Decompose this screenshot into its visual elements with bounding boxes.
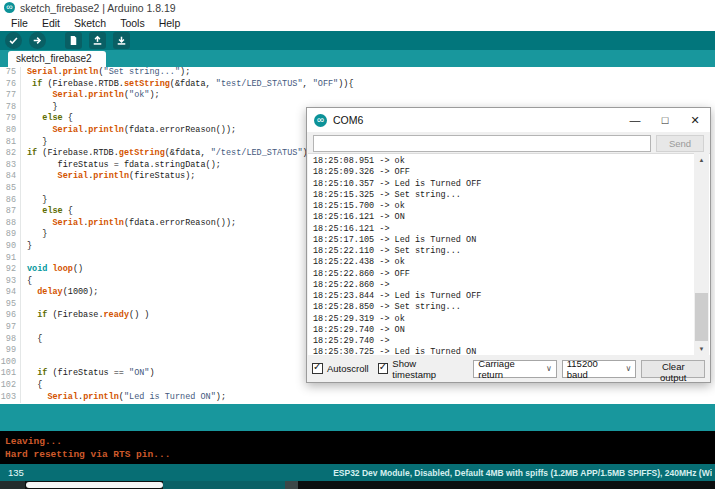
arrow-down-icon <box>116 32 127 50</box>
chevron-down-icon: ∨ <box>546 364 552 373</box>
show-timestamp-label: Show timestamp <box>392 358 459 380</box>
line-number: 93 <box>0 276 21 288</box>
menu-edit[interactable]: Edit <box>35 17 67 29</box>
scrollbar-track-segment <box>163 481 285 489</box>
horizontal-scrollbar[interactable] <box>0 481 715 489</box>
menu-tools[interactable]: Tools <box>113 17 152 29</box>
line-number: 92 <box>0 264 21 276</box>
arduino-icon: ∞ <box>314 114 327 127</box>
autoscroll-checkbox[interactable]: ✓ Autoscroll <box>312 363 369 374</box>
scrollbar-track-end <box>285 481 298 489</box>
serial-log-line: 18:25:22.438 -> ok <box>313 257 692 268</box>
cursor-line-indicator: 135 <box>8 467 24 478</box>
maximize-icon[interactable]: □ <box>650 108 680 132</box>
close-icon[interactable]: ✕ <box>680 108 710 132</box>
serial-scrollbar[interactable]: ▲ ▼ <box>694 153 709 357</box>
line-number: 83 <box>0 160 21 172</box>
check-icon: ✓ <box>313 361 321 372</box>
code-text: fireStatus = fdata.stringData(); <box>27 160 221 172</box>
serial-input[interactable] <box>313 135 651 152</box>
line-number: 80 <box>0 125 21 137</box>
serial-log-line: 18:25:15.325 -> Set string... <box>313 190 692 201</box>
line-number: 101 <box>0 368 21 380</box>
line-number: 95 <box>0 299 21 311</box>
code-line: 103 Serial.println("Led is Turned ON"); <box>0 392 715 404</box>
arrow-right-icon <box>32 32 43 50</box>
serial-log-line: 18:25:17.105 -> Led is Turned ON <box>313 235 692 246</box>
serial-output[interactable]: 18:25:08.951 -> ok18:25:09.326 -> OFF18:… <box>308 153 710 357</box>
console-line: Leaving... <box>5 435 715 448</box>
code-line: 75Serial.println("Set string..."); <box>0 67 715 79</box>
serial-log-line: 18:25:23.844 -> Led is Turned OFF <box>313 291 692 302</box>
new-button[interactable] <box>65 32 82 49</box>
line-number: 81 <box>0 137 21 149</box>
code-text: { <box>27 334 42 346</box>
serial-log-line: 18:25:22.110 -> Set string... <box>313 246 692 257</box>
line-ending-select[interactable]: Carriage return ∨ <box>473 360 556 378</box>
upload-button[interactable] <box>29 32 46 49</box>
serial-log-line: 18:25:16.121 -> <box>313 224 692 235</box>
titlebar: ∞ sketch_firebase2 | Arduino 1.8.19 <box>0 0 715 15</box>
line-number: 85 <box>0 183 21 195</box>
serial-log-line: 18:25:09.326 -> OFF <box>313 167 692 178</box>
serial-log-line: 18:25:22.860 -> <box>313 280 692 291</box>
code-line: 77 Serial.println("ok"); <box>0 90 715 102</box>
line-number: 77 <box>0 90 21 102</box>
show-timestamp-checkbox[interactable]: ✓ Show timestamp <box>378 358 460 380</box>
menubar: FileEditSketchToolsHelp <box>0 15 715 31</box>
check-icon: ✓ <box>379 361 387 372</box>
serial-log-line: 18:25:16.121 -> ON <box>313 212 692 223</box>
line-number: 76 <box>0 79 21 91</box>
line-number: 86 <box>0 195 21 207</box>
code-text: Serial.println("Set string..."); <box>27 67 190 79</box>
save-button[interactable] <box>113 32 130 49</box>
document-icon <box>68 32 79 50</box>
code-text: Serial.println(fdata.errorReason()); <box>27 218 236 230</box>
line-number: 100 <box>0 357 21 369</box>
menu-file[interactable]: File <box>4 17 35 29</box>
code-text: Serial.println("Led is Turned ON"); <box>27 392 226 404</box>
serial-monitor-window: ∞ COM6 — □ ✕ Send 18:25:08.951 -> ok18:2… <box>306 107 711 383</box>
send-button[interactable]: Send <box>656 135 704 152</box>
serial-log-line: 18:25:22.860 -> OFF <box>313 269 692 280</box>
open-button[interactable] <box>89 32 106 49</box>
arrow-up-icon <box>92 32 103 50</box>
message-bar <box>0 404 715 431</box>
tab-sketch-firebase2[interactable]: sketch_firebase2 <box>8 51 106 67</box>
menu-help[interactable]: Help <box>152 17 188 29</box>
line-number: 91 <box>0 253 21 265</box>
code-text: if (Firebase.RTDB.setString(&fdata, "tes… <box>27 79 354 91</box>
minimize-icon[interactable]: — <box>620 108 650 132</box>
code-text: Serial.println(fireStatus); <box>27 171 195 183</box>
arduino-ide-window: ∞ sketch_firebase2 | Arduino 1.8.19 File… <box>0 0 715 489</box>
autoscroll-label: Autoscroll <box>327 363 369 374</box>
code-text: } <box>27 137 47 149</box>
baud-rate-value: 115200 baud <box>567 358 619 380</box>
tabstrip: sketch_firebase2 <box>0 50 715 67</box>
clear-output-button[interactable]: Clear output <box>641 360 705 378</box>
serial-log-line: 18:25:08.951 -> ok <box>313 156 692 167</box>
line-number: 79 <box>0 113 21 125</box>
code-text: } <box>27 195 47 207</box>
verify-button[interactable] <box>5 32 22 49</box>
serial-titlebar[interactable]: ∞ COM6 — □ ✕ <box>307 108 710 132</box>
code-text: void loop() <box>27 264 83 276</box>
board-info: ESP32 Dev Module, Disabled, Default 4MB … <box>333 468 712 478</box>
console-output: Leaving...Hard resetting via RTS pin... <box>0 431 715 464</box>
menu-sketch[interactable]: Sketch <box>67 17 113 29</box>
code-text: else { <box>27 206 73 218</box>
line-number: 98 <box>0 334 21 346</box>
serial-title: COM6 <box>333 114 620 126</box>
scroll-up-icon[interactable]: ▲ <box>694 153 709 168</box>
scrollbar-thumb[interactable] <box>26 482 163 488</box>
baud-rate-select[interactable]: 115200 baud ∨ <box>562 360 637 378</box>
serial-scrollbar-thumb[interactable] <box>695 293 708 341</box>
line-number: 96 <box>0 310 21 322</box>
scrollbar-corner <box>0 481 25 489</box>
code-text: } <box>27 241 32 253</box>
serial-log-line: 18:25:29.740 -> <box>313 336 692 347</box>
line-number: 97 <box>0 322 21 334</box>
serial-log-line: 18:25:28.850 -> Set string... <box>313 302 692 313</box>
code-text: { <box>27 276 32 288</box>
line-number: 78 <box>0 102 21 114</box>
